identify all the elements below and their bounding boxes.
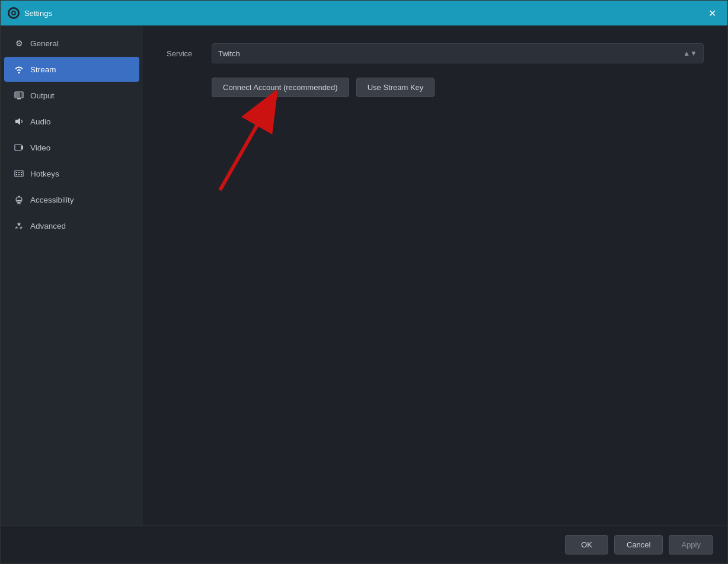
main-panel: Service Twitch ▲▼ Connect Account (recom… (143, 25, 727, 525)
sidebar-item-accessibility[interactable]: Accessibility (4, 187, 139, 212)
svg-rect-16 (21, 174, 22, 175)
annotation-arrow (202, 89, 333, 198)
sidebar-label-hotkeys: Hotkeys (30, 169, 59, 178)
service-row: Service Twitch ▲▼ (167, 43, 704, 63)
sidebar-label-stream: Stream (30, 65, 56, 74)
svg-rect-11 (16, 172, 17, 173)
titlebar: Settings ✕ (1, 1, 727, 25)
accessibility-icon (14, 194, 24, 205)
sidebar-label-video: Video (30, 143, 50, 152)
svg-line-24 (220, 107, 267, 190)
sidebar-label-audio: Audio (30, 117, 51, 126)
svg-rect-13 (21, 172, 22, 173)
connect-account-button[interactable]: Connect Account (recommended) (212, 78, 349, 97)
sidebar-item-hotkeys[interactable]: Hotkeys (4, 161, 139, 186)
svg-rect-10 (15, 171, 23, 177)
sidebar-label-output: Output (30, 91, 55, 100)
advanced-icon (14, 220, 24, 231)
window-title: Settings (24, 9, 52, 18)
obs-logo-icon (8, 7, 20, 19)
ok-button[interactable]: OK (565, 535, 608, 555)
sidebar-label-accessibility: Accessibility (30, 196, 74, 204)
video-icon (14, 142, 24, 153)
svg-marker-7 (15, 118, 20, 125)
sidebar-label-advanced: Advanced (30, 222, 66, 230)
svg-rect-15 (18, 174, 20, 175)
svg-rect-5 (21, 92, 23, 97)
svg-rect-8 (15, 145, 21, 150)
sidebar-item-video[interactable]: Video (4, 135, 139, 160)
gear-icon (14, 38, 24, 49)
svg-rect-6 (17, 98, 21, 100)
close-button[interactable]: ✕ (704, 5, 720, 21)
sidebar-item-audio[interactable]: Audio (4, 109, 139, 134)
buttons-row: Connect Account (recommended) Use Stream… (212, 78, 704, 97)
titlebar-left: Settings (8, 7, 52, 19)
use-stream-key-button[interactable]: Use Stream Key (356, 78, 435, 97)
sidebar-item-general[interactable]: General (4, 31, 139, 56)
service-label: Service (167, 49, 202, 58)
svg-rect-4 (15, 92, 20, 97)
apply-button[interactable]: Apply (669, 535, 713, 555)
svg-rect-14 (16, 174, 17, 175)
content-area: General Stream (1, 25, 727, 525)
hotkeys-icon (14, 168, 24, 179)
settings-window: Settings ✕ General Stream (0, 0, 728, 564)
sidebar-item-stream[interactable]: Stream (4, 57, 139, 82)
sidebar-item-advanced[interactable]: Advanced (4, 213, 139, 238)
sidebar-item-output[interactable]: Output (4, 83, 139, 108)
output-icon (14, 90, 24, 101)
cancel-button[interactable]: Cancel (614, 535, 663, 555)
wifi-icon (14, 64, 24, 75)
bottom-bar: OK Cancel Apply (1, 525, 727, 563)
service-select[interactable]: Twitch ▲▼ (212, 43, 704, 63)
chevron-down-icon: ▲▼ (683, 49, 697, 57)
stream-options-area: Connect Account (recommended) Use Stream… (167, 78, 704, 97)
service-value: Twitch (218, 49, 240, 58)
svg-rect-12 (18, 172, 20, 173)
sidebar: General Stream (1, 25, 143, 525)
svg-point-2 (12, 12, 15, 14)
audio-icon (14, 116, 24, 127)
sidebar-label-general: General (30, 39, 59, 48)
